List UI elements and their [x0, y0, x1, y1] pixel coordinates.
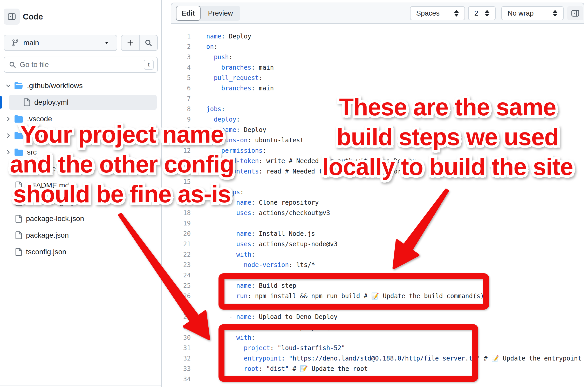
file-icon — [23, 98, 31, 106]
line-content: uses: denoland/deployctl@v1 — [206, 324, 338, 331]
code-line-3[interactable]: 3 push: — [172, 52, 583, 62]
edit-preview-tabs: Edit Preview — [176, 6, 240, 21]
tree-row-background — [9, 95, 157, 110]
line-content: with: — [206, 334, 255, 341]
wrap-mode-value: No wrap — [508, 9, 534, 17]
tree-item-label: package-lock.json — [26, 215, 84, 223]
line-content: deploy: — [206, 116, 240, 123]
tree-folder--github-workflows[interactable]: .github/workflows — [0, 77, 161, 94]
tree-item-label: public — [27, 131, 46, 140]
line-content: steps: — [206, 189, 244, 196]
line-number: 34 — [172, 376, 191, 383]
tab-preview[interactable]: Preview — [201, 6, 240, 21]
tree-file-package-json[interactable]: package.json — [0, 227, 161, 244]
line-content: root: "dist" # 📝 Update the root — [206, 365, 368, 372]
tree-file-tsconfig-json[interactable]: tsconfig.json — [0, 244, 161, 260]
line-content: id-token: write # Needed for auth with D… — [206, 157, 416, 165]
tree-folder-public[interactable]: public — [0, 127, 161, 144]
chevron-down-icon — [5, 83, 11, 89]
sidebar: Code main Go to file t .github/workflows… — [0, 0, 161, 387]
code-line-27[interactable]: 27 — [172, 301, 583, 312]
line-content: run: npm install && npm run build # 📝 Up… — [206, 292, 484, 300]
file-icon — [15, 215, 22, 223]
code-line-19[interactable]: 19 — [172, 218, 583, 229]
code-line-20[interactable]: 20 - name: Install Node.js — [172, 229, 583, 239]
code-editor[interactable]: 1name: Deploy2on:3 push:4 branches: main… — [172, 31, 583, 384]
code-line-6[interactable]: 6 branches: main — [172, 83, 583, 94]
code-line-30[interactable]: 30 with: — [172, 332, 583, 343]
code-line-18[interactable]: 18 uses: actions/checkout@v3 — [172, 208, 583, 218]
selected-accent-bar — [0, 96, 2, 109]
tree-file-deploy-yml[interactable]: deploy.yml — [0, 94, 161, 111]
line-content: permissions: — [206, 147, 266, 154]
code-line-21[interactable]: 21 uses: actions/setup-node@v3 — [172, 239, 583, 249]
code-line-29[interactable]: 29 uses: denoland/deployctl@v1 — [172, 322, 583, 332]
code-line-31[interactable]: 31 project: "loud-starfish-52" — [172, 343, 583, 353]
tree-folder-src[interactable]: src — [0, 144, 161, 161]
chevron-right-icon — [5, 132, 11, 139]
line-content: node-version: lts/* — [206, 261, 315, 269]
code-line-16[interactable]: 16 steps: — [172, 187, 583, 197]
tree-file-astro-config-mjs[interactable]: astro.config.mjs — [0, 194, 161, 210]
line-number: 32 — [172, 355, 191, 362]
code-line-23[interactable]: 23 node-version: lts/* — [172, 260, 583, 270]
code-line-13[interactable]: 13 id-token: write # Needed for auth wit… — [172, 156, 583, 166]
line-number: 21 — [172, 241, 191, 248]
tree-item-label: src — [27, 148, 37, 156]
folder-icon — [15, 131, 23, 140]
code-line-12[interactable]: 12 permissions: — [172, 145, 583, 156]
line-content: uses: actions/checkout@v3 — [206, 209, 330, 217]
panel-expand-icon — [571, 9, 580, 18]
indent-mode-select[interactable]: Spaces — [410, 6, 465, 20]
code-line-33[interactable]: 33 root: "dist" # 📝 Update the root — [172, 364, 583, 374]
tree-file--gitignore[interactable]: .gitignore — [0, 161, 161, 177]
wrap-mode-select[interactable]: No wrap — [501, 6, 564, 20]
folder-icon — [15, 148, 23, 156]
line-number: 1 — [172, 33, 191, 40]
file-icon — [15, 231, 22, 239]
code-line-11[interactable]: 11 runs-on: ubuntu-latest — [172, 135, 583, 145]
line-number: 14 — [172, 168, 191, 175]
code-line-14[interactable]: 14 contents: read # Needed to clone the … — [172, 166, 583, 177]
tree-file-package-lock-json[interactable]: package-lock.json — [0, 210, 161, 227]
code-line-9[interactable]: 9 deploy: — [172, 114, 583, 125]
indent-size-select[interactable]: 2 — [468, 6, 496, 20]
code-line-32[interactable]: 32 entrypoint: "https://deno.land/std@0.… — [172, 353, 583, 364]
code-line-24[interactable]: 24 — [172, 270, 583, 281]
code-line-17[interactable]: 17 - name: Clone repository — [172, 197, 583, 208]
tree-file-readme-md[interactable]: README.md — [0, 177, 161, 194]
select-arrows-icon — [454, 10, 459, 17]
code-line-1[interactable]: 1name: Deploy — [172, 31, 583, 42]
line-number: 17 — [172, 199, 191, 206]
code-line-2[interactable]: 2on: — [172, 42, 583, 52]
code-line-34[interactable]: 34 — [172, 374, 583, 384]
line-content: - name: Install Node.js — [206, 230, 315, 237]
line-number: 30 — [172, 334, 191, 341]
code-line-25[interactable]: 25 - name: Build step — [172, 281, 583, 291]
line-number: 18 — [172, 209, 191, 217]
line-number: 20 — [172, 230, 191, 237]
code-line-28[interactable]: 28 - name: Upload to Deno Deploy — [172, 312, 583, 322]
line-content: pull_request: — [206, 74, 263, 82]
folder-icon — [15, 115, 23, 123]
code-line-7[interactable]: 7 — [172, 94, 583, 104]
line-content: push: — [206, 54, 233, 61]
line-number: 25 — [172, 282, 191, 289]
code-line-10[interactable]: 10 name: Deploy — [172, 125, 583, 135]
sidebar-divider[interactable] — [161, 0, 162, 387]
chevron-right-icon — [5, 116, 11, 122]
code-line-8[interactable]: 8jobs: — [172, 104, 583, 114]
line-number: 24 — [172, 272, 191, 279]
line-number: 5 — [172, 74, 191, 82]
line-number: 8 — [172, 105, 191, 113]
code-line-22[interactable]: 22 with: — [172, 249, 583, 260]
code-line-15[interactable]: 15 — [172, 177, 583, 187]
tab-edit[interactable]: Edit — [176, 6, 201, 21]
panel-expand-button[interactable] — [567, 6, 583, 20]
code-line-26[interactable]: 26 run: npm install && npm run build # 📝… — [172, 291, 583, 301]
line-content: - name: Clone repository — [206, 199, 319, 206]
tree-folder--vscode[interactable]: .vscode — [0, 111, 161, 127]
code-line-5[interactable]: 5 pull_request: — [172, 73, 583, 83]
code-line-4[interactable]: 4 branches: main — [172, 62, 583, 73]
tree-item-label: README.md — [26, 181, 69, 190]
